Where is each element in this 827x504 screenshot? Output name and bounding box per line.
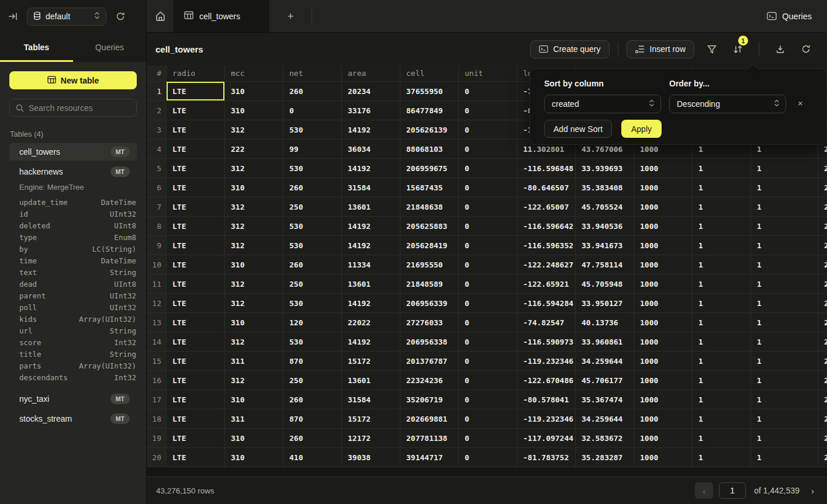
cell[interactable]: 14192 xyxy=(342,236,400,255)
cell[interactable]: LTE xyxy=(167,448,225,467)
cell[interactable]: 33.939693 xyxy=(576,159,634,178)
cell[interactable]: 35206719 xyxy=(400,390,459,409)
cell[interactable]: 1000 xyxy=(634,352,693,370)
cell[interactable]: 1 xyxy=(751,294,818,312)
cell[interactable]: LTE xyxy=(167,409,225,428)
cell[interactable]: 310 xyxy=(225,448,283,467)
cell[interactable]: 311 xyxy=(225,352,283,370)
column-header[interactable]: mcc xyxy=(225,65,283,81)
cell[interactable]: 1000 xyxy=(634,409,693,428)
cell[interactable]: 1 xyxy=(693,371,751,390)
cell[interactable]: 205626139 xyxy=(400,120,459,139)
column-header[interactable]: area xyxy=(342,65,400,81)
cell[interactable]: 22324236 xyxy=(400,371,459,390)
cell[interactable]: -119.232346 xyxy=(517,352,576,370)
cell[interactable]: 205625883 xyxy=(400,217,459,235)
cell[interactable]: LTE xyxy=(167,294,225,312)
cell[interactable]: 2 xyxy=(818,313,827,332)
cell[interactable]: 312 xyxy=(225,217,283,235)
cell[interactable]: 0 xyxy=(459,294,517,312)
insert-row-button[interactable]: Insert row xyxy=(627,40,694,58)
cell[interactable]: 1 xyxy=(693,236,751,255)
cell[interactable]: 14192 xyxy=(342,294,400,312)
cell[interactable]: -119.232346 xyxy=(517,409,576,428)
row-number[interactable]: 9 xyxy=(147,236,167,255)
create-query-button[interactable]: Create query xyxy=(530,40,610,58)
cell[interactable]: 1 xyxy=(751,352,818,370)
cell[interactable]: 1000 xyxy=(634,371,693,390)
cell[interactable]: 206956338 xyxy=(400,332,459,351)
cell[interactable]: 15172 xyxy=(342,409,400,428)
cell[interactable]: 1 xyxy=(751,236,818,255)
cell[interactable]: 37655950 xyxy=(400,82,459,100)
cell[interactable]: 1 xyxy=(751,217,818,235)
cell[interactable]: 1000 xyxy=(634,390,693,409)
cell[interactable]: 15172 xyxy=(342,352,400,370)
cell[interactable]: 206959675 xyxy=(400,159,459,178)
cell[interactable]: 1 xyxy=(751,255,818,274)
cell[interactable]: LTE xyxy=(167,120,225,139)
cell[interactable]: LTE xyxy=(167,140,225,158)
row-number[interactable]: 18 xyxy=(147,409,167,428)
cell[interactable]: 14192 xyxy=(342,217,400,235)
cell[interactable]: -81.783752 xyxy=(517,448,576,467)
cell[interactable]: 1 xyxy=(751,159,818,178)
cell[interactable]: 14192 xyxy=(342,120,400,139)
cell[interactable]: 260 xyxy=(283,390,342,409)
previous-page-button[interactable]: ‹ xyxy=(695,482,713,499)
download-button[interactable] xyxy=(769,39,792,59)
cell[interactable]: 870 xyxy=(283,409,342,428)
cell[interactable]: LTE xyxy=(167,371,225,390)
cell[interactable]: 0 xyxy=(459,120,517,139)
cell[interactable]: 2 xyxy=(818,332,827,351)
cell[interactable]: 1 xyxy=(751,448,818,467)
cell[interactable]: LTE xyxy=(167,429,225,447)
cell[interactable]: 0 xyxy=(459,255,517,274)
cell[interactable]: 0 xyxy=(459,82,517,100)
column-header[interactable]: net xyxy=(283,65,342,81)
cell[interactable]: 2 xyxy=(818,236,827,255)
cell[interactable]: 11334 xyxy=(342,255,400,274)
queries-button[interactable]: Queries xyxy=(752,0,827,32)
row-number[interactable]: 7 xyxy=(147,197,167,216)
tab-tables[interactable]: Tables xyxy=(0,33,73,62)
cell[interactable]: 312 xyxy=(225,197,283,216)
cell[interactable]: LTE xyxy=(167,332,225,351)
row-number[interactable]: 11 xyxy=(147,274,167,293)
cell[interactable]: 1 xyxy=(693,332,751,351)
cell[interactable]: 1 xyxy=(693,429,751,447)
new-tab-button[interactable]: + xyxy=(269,0,312,32)
cell[interactable]: 99 xyxy=(283,140,342,158)
row-number[interactable]: 12 xyxy=(147,294,167,312)
cell[interactable]: 310 xyxy=(225,101,283,120)
column-header[interactable]: cell xyxy=(400,65,459,81)
next-page-button[interactable]: › xyxy=(808,486,818,496)
cell[interactable]: 39038 xyxy=(342,448,400,467)
cell[interactable]: 312 xyxy=(225,294,283,312)
cell[interactable]: LTE xyxy=(167,313,225,332)
cell[interactable]: 0 xyxy=(459,352,517,370)
cell[interactable]: 0 xyxy=(459,159,517,178)
cell[interactable]: 1000 xyxy=(634,332,693,351)
cell[interactable]: 39144717 xyxy=(400,448,459,467)
cell[interactable]: 1000 xyxy=(634,448,693,467)
cell[interactable]: 207781138 xyxy=(400,429,459,447)
cell[interactable]: 2 xyxy=(818,429,827,447)
cell[interactable]: 312 xyxy=(225,236,283,255)
cell[interactable]: 870 xyxy=(283,352,342,370)
cell[interactable]: 1 xyxy=(693,352,751,370)
cell[interactable]: -74.82547 xyxy=(517,313,576,332)
cell[interactable]: 45.706177 xyxy=(576,371,634,390)
cell[interactable]: LTE xyxy=(167,274,225,293)
cell[interactable]: 1 xyxy=(693,178,751,197)
cell[interactable]: 21848638 xyxy=(400,197,459,216)
cell[interactable]: -116.596642 xyxy=(517,217,576,235)
cell[interactable]: 0 xyxy=(459,409,517,428)
cell[interactable]: LTE xyxy=(167,352,225,370)
cell[interactable]: 1 xyxy=(693,274,751,293)
cell[interactable]: 310 xyxy=(225,255,283,274)
cell[interactable]: 47.758114 xyxy=(576,255,634,274)
cell[interactable]: 311 xyxy=(225,409,283,428)
cell[interactable]: -122.670486 xyxy=(517,371,576,390)
cell[interactable]: 34.259644 xyxy=(576,409,634,428)
